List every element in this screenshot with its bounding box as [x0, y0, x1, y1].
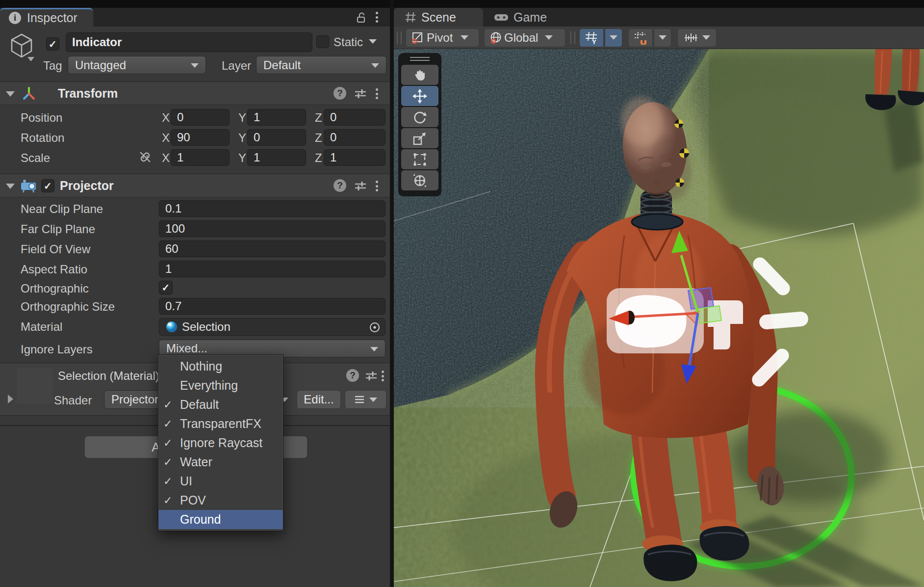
- gameobject-name-field[interactable]: Indicator: [66, 32, 312, 52]
- axis-x-label: X: [162, 131, 170, 145]
- scale-y-field[interactable]: 1: [247, 149, 306, 166]
- check: ✓: [163, 395, 172, 414]
- gameobject-cube-icon: [10, 32, 33, 59]
- static-checkbox[interactable]: [316, 35, 329, 48]
- fov-value: 60: [165, 242, 179, 256]
- material-foldout[interactable]: [8, 395, 13, 403]
- object-picker-icon[interactable]: [368, 321, 381, 334]
- transform-foldout[interactable]: [6, 91, 15, 97]
- grid-visibility-dropdown[interactable]: [605, 28, 622, 47]
- inspector-menu-icon[interactable]: [376, 12, 378, 23]
- gameobject-icon-dropdown-arrow[interactable]: [27, 57, 34, 61]
- tag-dropdown[interactable]: Untagged: [68, 56, 206, 74]
- position-z-field[interactable]: 0: [324, 109, 385, 126]
- scene-viewport[interactable]: [394, 49, 924, 587]
- layer-option-everything[interactable]: Everything: [158, 376, 283, 395]
- presets-icon[interactable]: [354, 180, 367, 192]
- lock-open-icon[interactable]: [355, 11, 368, 24]
- aspect-ratio-field[interactable]: 1: [159, 261, 385, 277]
- transform-header[interactable]: Transform ?: [0, 81, 390, 105]
- projector-foldout[interactable]: [6, 184, 15, 189]
- scale-y: 1: [254, 151, 260, 164]
- gizmo-plane-xz[interactable]: [698, 306, 721, 323]
- global-button[interactable]: Global: [484, 28, 565, 47]
- material-menu-icon[interactable]: [382, 371, 384, 381]
- layer-option-nothing[interactable]: Nothing: [158, 357, 283, 376]
- material-preview-thumbnail[interactable]: [17, 368, 53, 403]
- snap-button[interactable]: [628, 28, 653, 47]
- far-clip-field[interactable]: 100: [159, 220, 385, 237]
- toolbar-grip[interactable]: [397, 31, 402, 44]
- palette-drag-handle[interactable]: [410, 57, 430, 58]
- window-top-strip: [0, 0, 924, 8]
- tab-game[interactable]: Game: [485, 8, 573, 27]
- layer-option-default[interactable]: ✓Default: [158, 395, 283, 414]
- tool-transform[interactable]: [401, 170, 438, 190]
- help-icon[interactable]: ?: [334, 87, 346, 100]
- tool-scale[interactable]: [401, 128, 438, 148]
- material-object-field[interactable]: Selection: [159, 318, 385, 336]
- shader-edit-button[interactable]: Edit...: [297, 390, 341, 409]
- pivot-button[interactable]: Pivot: [406, 28, 479, 47]
- grid-visibility-button[interactable]: Y: [579, 28, 604, 47]
- rect-tool-icon: [412, 152, 427, 167]
- gameobject-active-checkbox[interactable]: ✓: [46, 37, 59, 51]
- near-clip-field[interactable]: 0.1: [159, 200, 385, 217]
- rotation-y-field[interactable]: 0: [247, 129, 306, 146]
- layer-dropdown[interactable]: Default: [256, 56, 386, 74]
- pivot-icon: [411, 31, 424, 44]
- material-list-button[interactable]: [345, 390, 386, 409]
- layer-option-ui[interactable]: ✓UI: [158, 472, 283, 491]
- orthographic-size-field[interactable]: 0.7: [159, 298, 385, 315]
- projector-header[interactable]: ✓ Projector ?: [0, 174, 390, 197]
- tool-rotate[interactable]: [401, 107, 438, 127]
- material-section-title: Selection (Material): [58, 369, 159, 383]
- layer-label: Layer: [222, 59, 251, 73]
- ignore-layers-dropdown-arrow: [370, 347, 378, 351]
- transform-menu-icon[interactable]: [376, 88, 378, 99]
- position-y-field[interactable]: 1: [247, 109, 306, 126]
- layer-option-pov[interactable]: ✓POV: [158, 491, 283, 510]
- help-icon[interactable]: ?: [346, 369, 359, 382]
- help-icon[interactable]: ?: [334, 179, 346, 192]
- scale-x-field[interactable]: 1: [171, 149, 230, 166]
- presets-icon[interactable]: [354, 88, 367, 100]
- transform-tool-icon: [412, 173, 428, 188]
- snap-dropdown[interactable]: [654, 28, 671, 47]
- layer-option-ground[interactable]: Ground: [158, 510, 283, 529]
- tab-inspector[interactable]: i Inspector: [0, 8, 93, 27]
- tool-rect[interactable]: [401, 149, 438, 169]
- snap-increment-button[interactable]: [677, 28, 717, 47]
- layer-option-water[interactable]: ✓Water: [158, 453, 283, 472]
- link-broken-icon[interactable]: [138, 150, 152, 164]
- checkmark: ✓: [162, 282, 170, 294]
- presets-icon[interactable]: [365, 370, 378, 382]
- layer-dropdown-arrow: [371, 63, 379, 68]
- position-x-field[interactable]: 0: [171, 109, 230, 126]
- panel-divider[interactable]: [390, 0, 394, 587]
- toolbar-grip[interactable]: [570, 31, 575, 44]
- projector-icon: [20, 178, 37, 194]
- layer-option-ignore-raycast[interactable]: ✓Ignore Raycast: [158, 433, 283, 453]
- material-sphere-icon: [165, 320, 178, 333]
- rotation-z-field[interactable]: 0: [324, 129, 385, 146]
- orthographic-checkbox[interactable]: ✓: [159, 281, 173, 294]
- position-z: 0: [330, 110, 336, 124]
- rotation-y: 0: [254, 131, 260, 144]
- ignore-layers-value: Mixed...: [166, 342, 207, 355]
- projector-enabled-checkbox[interactable]: ✓: [41, 179, 54, 192]
- rotation-x-field[interactable]: 90: [171, 129, 230, 146]
- global-label: Global: [504, 31, 538, 45]
- check: ✓: [163, 453, 172, 472]
- fov-field[interactable]: 60: [159, 240, 385, 257]
- tool-move[interactable]: [401, 86, 438, 106]
- scene-render: [394, 49, 924, 587]
- layer-option-transparentfx[interactable]: ✓TransparentFX: [158, 414, 283, 433]
- tool-hand[interactable]: [401, 65, 438, 85]
- checkmark: ✓: [44, 180, 52, 192]
- edit-label: Edit...: [304, 393, 334, 406]
- static-dropdown-arrow[interactable]: [369, 39, 377, 44]
- tab-scene[interactable]: Scene: [394, 8, 483, 27]
- projector-menu-icon[interactable]: [376, 181, 378, 191]
- scale-z-field[interactable]: 1: [324, 149, 385, 166]
